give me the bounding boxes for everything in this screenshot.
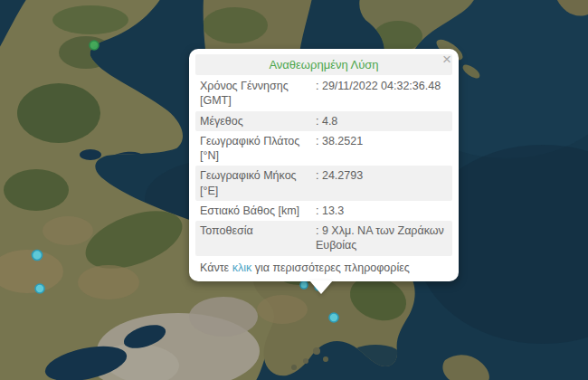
row-origin-time: Χρόνος Γέννησης [GMT] : 29/11/2022 04:32… [195, 76, 452, 111]
row-depth: Εστιακό Βάθος [km] : 13.3 [195, 201, 452, 221]
earthquake-marker[interactable] [33, 251, 43, 261]
magnitude-label: Μέγεθος [200, 114, 310, 128]
islet [303, 358, 308, 364]
longitude-label: Γεωγραφικό Μήκος [°E] [200, 168, 310, 198]
location-label: Τοποθεσία [200, 223, 310, 253]
origin-time-value: : 29/11/2022 04:32:36.48 [310, 79, 448, 109]
footer-text-suffix: για περισσότερες πληροφορίες [251, 261, 410, 274]
islet [323, 356, 328, 362]
other-event-marker[interactable] [90, 41, 99, 50]
earthquake-info-popup: × Αναθεωρημένη Λύση Χρόνος Γέννησης [GMT… [189, 49, 459, 281]
close-icon[interactable]: × [442, 52, 451, 67]
popup-footer: Κάντε κλικ για περισσότερες πληροφορίες [195, 256, 452, 279]
latitude-value: : 38.2521 [310, 134, 448, 164]
origin-time-label: Χρόνος Γέννησης [GMT] [200, 79, 310, 109]
magnitude-value: : 4.8 [310, 114, 448, 128]
earthquake-marker[interactable] [329, 313, 338, 322]
earthquake-marker[interactable] [35, 284, 44, 293]
footer-text-prefix: Κάντε [200, 261, 232, 274]
islet [291, 365, 297, 370]
row-location: Τοποθεσία : 9 Χλμ. ΝΑ των Ζαράκων Ευβοία… [195, 221, 452, 256]
depth-label: Εστιακό Βάθος [km] [200, 204, 310, 218]
earthquake-marker[interactable] [300, 281, 308, 289]
islet [313, 347, 320, 355]
popup-title: Αναθεωρημένη Λύση [195, 54, 452, 75]
latitude-label: Γεωγραφικό Πλάτος [°N] [200, 134, 310, 164]
popup-tail [309, 280, 333, 294]
longitude-value: : 24.2793 [310, 168, 448, 198]
location-value: : 9 Χλμ. ΝΑ των Ζαράκων Ευβοίας [310, 223, 448, 253]
row-magnitude: Μέγεθος : 4.8 [195, 111, 452, 131]
depth-value: : 13.3 [310, 204, 448, 218]
row-latitude: Γεωγραφικό Πλάτος [°N] : 38.2521 [195, 131, 452, 166]
more-info-link[interactable]: κλικ [232, 261, 252, 274]
row-longitude: Γεωγραφικό Μήκος [°E] : 24.2793 [195, 166, 452, 201]
